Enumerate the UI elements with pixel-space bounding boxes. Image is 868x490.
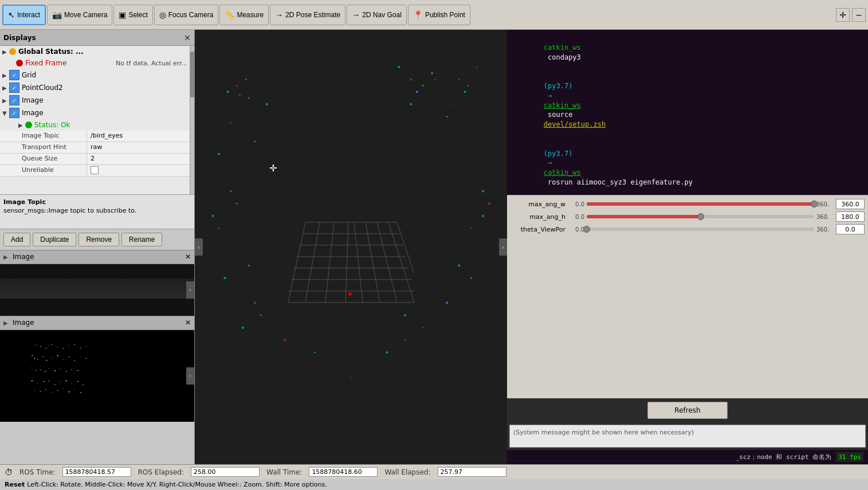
viewport-right-arrow[interactable]: › xyxy=(499,238,507,256)
global-status-label: Global Status: ... xyxy=(18,48,187,56)
unreliable-checkbox[interactable] xyxy=(91,166,99,174)
max-ang-w-thumb[interactable] xyxy=(811,201,818,207)
svg-point-85 xyxy=(404,339,406,341)
image-panel-2: ▶ Image ✕ xyxy=(0,316,194,465)
properties-table: Image Topic /bird_eyes Transport Hint ra… xyxy=(0,131,190,177)
image2-item[interactable]: ▼ ✓ Image xyxy=(0,107,190,119)
expand-arrow: ▶ xyxy=(2,49,9,55)
system-message: (System message might be shown here when… xyxy=(509,425,866,448)
duplicate-button[interactable]: Duplicate xyxy=(33,233,76,246)
pointcloud2-checkbox[interactable]: ✓ xyxy=(9,83,19,93)
scrollbar-thumb[interactable] xyxy=(190,52,194,97)
minimize-button[interactable]: − xyxy=(852,8,866,22)
grid-expand-arrow: ▶ xyxy=(2,72,9,79)
grid-label: Grid xyxy=(22,71,187,79)
svg-rect-50 xyxy=(69,391,70,392)
svg-rect-11 xyxy=(86,346,87,347)
svg-point-77 xyxy=(242,327,244,329)
svg-rect-33 xyxy=(77,370,79,371)
move-camera-button[interactable]: 📷 Move Camera xyxy=(47,5,112,25)
svg-rect-22 xyxy=(80,356,81,356)
grid-checkbox[interactable]: ✓ xyxy=(9,70,19,80)
wall-elapsed-value: 257.97 xyxy=(438,467,506,477)
info-desc: sensor_msgs::Image topic to subscribe to… xyxy=(3,207,191,214)
move-camera-label: Move Camera xyxy=(64,11,107,19)
grid-item[interactable]: ▶ ✓ Grid xyxy=(0,69,190,81)
image2-expand-arrow[interactable]: › xyxy=(186,367,194,385)
svg-rect-29 xyxy=(54,370,56,371)
theta-viewpor-value[interactable]: 0.0 xyxy=(836,224,865,234)
svg-rect-38 xyxy=(54,384,56,385)
fixed-frame-item[interactable]: Fixed Frame No tf data. Actual err... xyxy=(0,57,190,69)
ros-elapsed-value: 258.00 xyxy=(191,467,260,477)
max-ang-h-track[interactable] xyxy=(587,215,814,218)
pose-icon: → xyxy=(275,10,283,19)
status-hint: Left-Click: Rotate. Middle-Click: Move X… xyxy=(27,481,327,488)
svg-rect-43 xyxy=(83,384,84,385)
unreliable-key: Unreliable xyxy=(18,165,87,176)
displays-title: Displays xyxy=(3,34,36,42)
max-ang-w-track[interactable] xyxy=(587,202,814,206)
info-box: Image Topic sensor_msgs::Image topic to … xyxy=(0,194,194,229)
svg-point-78 xyxy=(314,351,316,353)
interact-button[interactable]: ↖ Interact xyxy=(2,5,46,25)
queue-size-row[interactable]: Queue Size 2 xyxy=(0,154,190,165)
svg-rect-10 xyxy=(80,347,81,348)
svg-rect-19 xyxy=(63,359,64,359)
nav-goal-label: 2D Nav Goal xyxy=(362,11,402,19)
global-status-item[interactable]: ▶ Global Status: ... xyxy=(0,46,190,57)
theta-viewpor-track[interactable] xyxy=(587,228,814,231)
theta-viewpor-row: theta_ViewPor 0.0 360. 0.0 xyxy=(510,224,865,234)
image1-checkbox[interactable]: ✓ xyxy=(9,95,19,105)
svg-rect-51 xyxy=(74,389,75,390)
remove-button[interactable]: Remove xyxy=(78,233,119,246)
image-panel-2-close[interactable]: ✕ xyxy=(185,319,191,327)
svg-rect-34 xyxy=(32,380,33,381)
max-ang-h-thumb[interactable] xyxy=(697,213,704,220)
terminal-line-2: (py3.7) → catkin_ws rosrun aiimooc_syz3 … xyxy=(510,139,865,195)
svg-point-64 xyxy=(446,116,448,117)
image-topic-key: Image Topic xyxy=(18,131,87,142)
image1-expand-arrow[interactable]: › xyxy=(186,281,194,299)
image-panel-1-close[interactable]: ✕ xyxy=(185,253,191,261)
displays-scrollbar[interactable] xyxy=(190,46,194,194)
transport-hint-row[interactable]: Transport Hint raw xyxy=(0,142,190,154)
add-button[interactable]: Add xyxy=(3,233,30,246)
image-topic-row[interactable]: Image Topic /bird_eyes xyxy=(0,131,190,142)
image1-item[interactable]: ▶ ✓ Image xyxy=(0,94,190,107)
svg-point-63 xyxy=(464,91,466,93)
svg-rect-16 xyxy=(46,360,48,360)
pointcloud2-item[interactable]: ▶ ✓ PointCloud2 xyxy=(0,81,190,94)
rename-button[interactable]: Rename xyxy=(121,233,162,246)
svg-point-67 xyxy=(236,203,238,205)
svg-point-76 xyxy=(260,314,262,316)
svg-rect-3 xyxy=(46,347,46,348)
max-ang-h-value[interactable]: 180.0 xyxy=(836,211,865,222)
svg-point-80 xyxy=(236,85,238,87)
image-panel-2-title: Image xyxy=(13,319,34,327)
unreliable-row[interactable]: Unreliable xyxy=(0,165,190,177)
displays-close-button[interactable]: ✕ xyxy=(184,33,191,42)
max-ang-w-value[interactable]: 360.0 xyxy=(836,199,865,209)
svg-point-81 xyxy=(410,78,412,80)
viewport-left-arrow[interactable]: ‹ xyxy=(195,238,203,256)
svg-rect-15 xyxy=(43,356,44,357)
image2-checkbox[interactable]: ✓ xyxy=(9,108,19,118)
svg-point-62 xyxy=(434,79,435,80)
select-button[interactable]: ▣ Select xyxy=(113,5,152,25)
rviz-viewport[interactable]: ✛ ‹ › xyxy=(195,30,507,464)
max-ang-h-fill xyxy=(587,215,701,218)
pose-estimate-button[interactable]: → 2D Pose Estimate xyxy=(270,5,345,25)
wall-time-label: Wall Time: xyxy=(266,468,302,476)
refresh-button[interactable]: Refresh xyxy=(647,402,728,419)
svg-point-115 xyxy=(348,292,352,296)
svg-rect-36 xyxy=(43,381,45,382)
nav-goal-button[interactable]: → 2D Nav Goal xyxy=(347,5,407,25)
measure-button[interactable]: 📏 Measure xyxy=(219,5,269,25)
focus-camera-button[interactable]: ◎ Focus Camera xyxy=(154,5,219,25)
interact-label: Interact xyxy=(17,11,40,19)
svg-rect-21 xyxy=(74,360,75,361)
publish-point-button[interactable]: 📍 Publish Point xyxy=(408,5,470,25)
add-crosshair-button[interactable]: ✛ xyxy=(836,8,850,22)
theta-viewpor-thumb[interactable] xyxy=(583,226,590,233)
